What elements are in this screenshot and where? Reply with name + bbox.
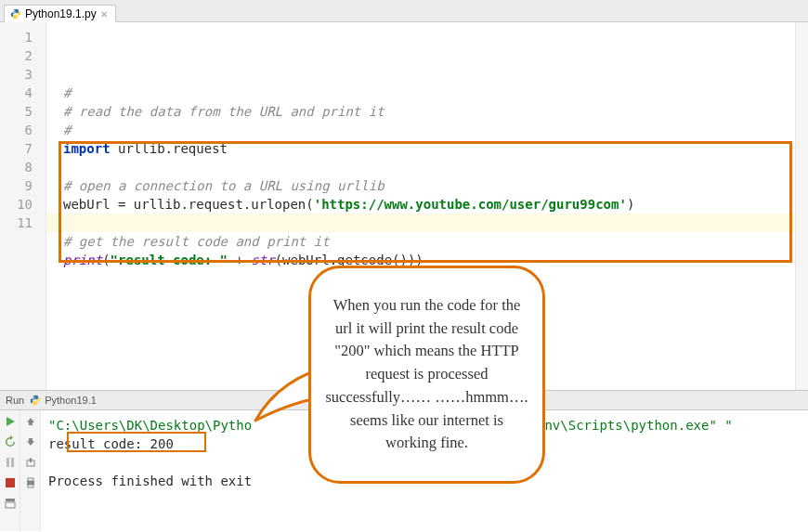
code-line[interactable]: # read the data from the URL and print i… (63, 102, 808, 121)
code-line[interactable]: # open a connection to a URL using urlli… (63, 176, 808, 195)
console-result-line: result code: 200 (48, 436, 174, 451)
line-number-gutter: 1234567891011 (0, 22, 46, 390)
code-line[interactable]: # (63, 84, 808, 102)
run-label: Run (6, 395, 24, 406)
svg-rect-2 (11, 458, 14, 467)
svg-rect-3 (6, 478, 15, 487)
svg-rect-4 (6, 499, 15, 501)
close-tab-icon[interactable]: ✕ (100, 9, 108, 19)
editor-tab-bar: Python19.1.py ✕ (0, 0, 808, 22)
callout-text: When you run the code for the url it wil… (324, 294, 529, 455)
console-cmd-left: "C:\Users\DK\Desktop\Pytho (48, 418, 252, 433)
svg-rect-8 (28, 478, 33, 481)
svg-rect-5 (6, 502, 15, 508)
svg-rect-1 (7, 458, 9, 467)
line-number: 1 (0, 28, 46, 46)
editor-tab[interactable]: Python19.1.py ✕ (4, 5, 116, 22)
code-line[interactable] (63, 214, 808, 232)
line-number: 7 (0, 139, 46, 158)
layout-icon[interactable] (3, 496, 18, 511)
line-number: 5 (0, 102, 46, 121)
stop-icon[interactable] (3, 475, 18, 490)
code-line[interactable]: webUrl = urllib.request.urlopen('https:/… (63, 195, 808, 214)
code-line[interactable]: # get the result code and print it (63, 232, 808, 251)
line-number: 6 (0, 121, 46, 139)
python-file-icon (10, 8, 21, 19)
console-exit-line: Process finished with exit (48, 474, 252, 488)
code-line[interactable]: import urllib.request (63, 139, 808, 158)
console-cmd-right: \venv\Scripts\python.exe" " (521, 418, 733, 433)
down-arrow-icon[interactable] (23, 435, 38, 449)
pause-icon[interactable] (3, 455, 18, 470)
line-number: 3 (0, 65, 46, 84)
code-line[interactable]: # (63, 121, 808, 139)
run-icon[interactable] (3, 414, 18, 429)
line-number: 9 (0, 176, 46, 195)
tab-filename: Python19.1.py (25, 7, 97, 20)
svg-rect-9 (28, 485, 33, 487)
annotation-callout: When you run the code for the url it wil… (308, 266, 545, 507)
export-icon[interactable] (23, 455, 38, 470)
python-run-icon (30, 395, 41, 406)
line-number: 10 (0, 195, 46, 214)
run-tool-column-1 (0, 410, 20, 531)
line-number: 2 (0, 46, 46, 65)
svg-rect-7 (27, 481, 34, 485)
line-number: 11 (0, 214, 46, 232)
print-icon[interactable] (23, 475, 38, 490)
line-number: 4 (0, 84, 46, 102)
up-arrow-icon[interactable] (23, 414, 38, 429)
rerun-icon[interactable] (3, 435, 18, 449)
code-line[interactable] (63, 158, 808, 176)
line-number: 8 (0, 158, 46, 176)
svg-marker-0 (7, 417, 15, 426)
run-tool-column-2 (20, 410, 41, 531)
run-config-name: Python19.1 (45, 395, 97, 406)
